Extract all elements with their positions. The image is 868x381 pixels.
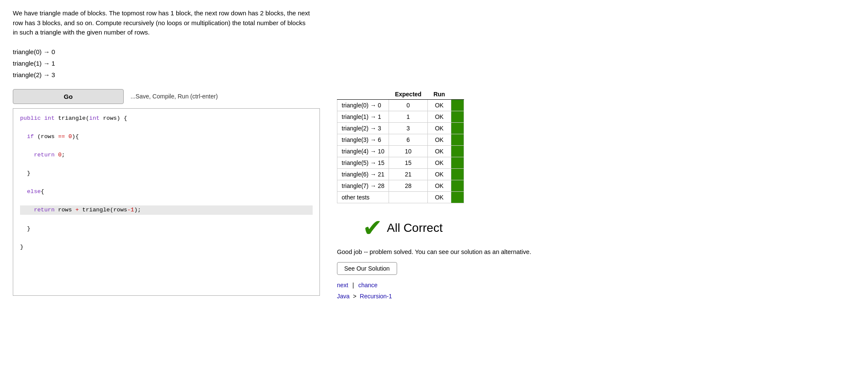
example-2: triangle(1) → 1: [13, 58, 855, 69]
breadcrumb-sep: >: [353, 293, 356, 300]
code-line-6: return rows + triangle(rows-1);: [20, 205, 313, 215]
result-call: triangle(0) → 0: [337, 99, 389, 111]
breadcrumb-recursion[interactable]: Recursion-1: [360, 293, 392, 300]
code-line-2: if (rows == 0){: [20, 132, 313, 141]
breadcrumb-java[interactable]: Java: [337, 293, 350, 300]
code-line-3: return 0;: [20, 150, 313, 160]
result-call: triangle(4) → 10: [337, 145, 389, 157]
result-pass: [451, 99, 464, 111]
result-call: triangle(1) → 1: [337, 111, 389, 122]
result-expected: [389, 191, 427, 203]
result-expected: 10: [389, 145, 427, 157]
code-line-5: else{: [20, 187, 313, 196]
result-run: OK: [427, 157, 451, 168]
problem-description: We have triangle made of blocks. The top…: [13, 9, 311, 38]
code-line-7: }: [20, 224, 313, 234]
checkmark-icon: ✔: [363, 216, 383, 240]
result-pass: [451, 168, 464, 180]
code-line-4: }: [20, 169, 313, 178]
table-row: triangle(2) → 33OK: [337, 122, 464, 134]
result-pass: [451, 122, 464, 134]
result-run: OK: [427, 111, 451, 122]
result-call: triangle(3) → 6: [337, 134, 389, 145]
result-run: OK: [427, 180, 451, 191]
result-pass: [451, 191, 464, 203]
result-pass: [451, 157, 464, 168]
main-layout: Go ...Save, Compile, Run (ctrl-enter) pu…: [13, 89, 855, 300]
col-header-run: Run: [427, 89, 451, 100]
result-call: triangle(2) → 3: [337, 122, 389, 134]
examples-section: triangle(0) → 0 triangle(1) → 1 triangle…: [13, 46, 855, 81]
results-table: Expected Run triangle(0) → 00OKtriangle(…: [337, 89, 464, 203]
result-call: triangle(7) → 28: [337, 180, 389, 191]
example-1: triangle(0) → 0: [13, 46, 855, 58]
example-3: triangle(2) → 3: [13, 69, 855, 81]
result-expected: 28: [389, 180, 427, 191]
result-expected: 0: [389, 99, 427, 111]
result-call: triangle(5) → 15: [337, 157, 389, 168]
result-run: OK: [427, 99, 451, 111]
nav-separator: |: [352, 282, 356, 289]
chance-link[interactable]: chance: [358, 282, 377, 289]
save-hint: ...Save, Compile, Run (ctrl-enter): [131, 93, 218, 100]
code-line-1: public int triangle(int rows) {: [20, 114, 313, 123]
result-call: triangle(6) → 21: [337, 168, 389, 180]
result-pass: [451, 180, 464, 191]
result-run: OK: [427, 145, 451, 157]
result-call: other tests: [337, 191, 389, 203]
table-row: triangle(6) → 2121OK: [337, 168, 464, 180]
result-run: OK: [427, 122, 451, 134]
table-row: triangle(4) → 1010OK: [337, 145, 464, 157]
result-pass: [451, 145, 464, 157]
table-row: other testsOK: [337, 191, 464, 203]
result-run: OK: [427, 168, 451, 180]
all-correct-section: ✔ All Correct: [337, 216, 855, 240]
left-panel: Go ...Save, Compile, Run (ctrl-enter) pu…: [13, 89, 320, 296]
table-row: triangle(0) → 00OK: [337, 99, 464, 111]
nav-links: next | chance: [337, 282, 855, 289]
result-expected: 1: [389, 111, 427, 122]
result-run: OK: [427, 134, 451, 145]
see-solution-button[interactable]: See Our Solution: [337, 262, 397, 275]
toolbar: Go ...Save, Compile, Run (ctrl-enter): [13, 89, 320, 104]
col-header-expected: Expected: [389, 89, 427, 100]
code-editor[interactable]: public int triangle(int rows) { if (rows…: [13, 108, 320, 296]
col-header-pass: [451, 89, 464, 100]
table-row: triangle(7) → 2828OK: [337, 180, 464, 191]
code-line-8: }: [20, 242, 313, 252]
breadcrumb: Java > Recursion-1: [337, 293, 855, 300]
table-row: triangle(1) → 11OK: [337, 111, 464, 122]
result-pass: [451, 111, 464, 122]
next-link[interactable]: next: [337, 282, 348, 289]
table-row: triangle(5) → 1515OK: [337, 157, 464, 168]
result-expected: 21: [389, 168, 427, 180]
result-expected: 15: [389, 157, 427, 168]
all-correct-label: All Correct: [387, 221, 443, 235]
table-row: triangle(3) → 66OK: [337, 134, 464, 145]
result-expected: 3: [389, 122, 427, 134]
col-header-call: [337, 89, 389, 100]
result-run: OK: [427, 191, 451, 203]
result-pass: [451, 134, 464, 145]
go-button[interactable]: Go: [13, 89, 124, 104]
good-job-text: Good job -- problem solved. You can see …: [337, 248, 855, 255]
result-expected: 6: [389, 134, 427, 145]
right-panel: Expected Run triangle(0) → 00OKtriangle(…: [337, 89, 855, 300]
